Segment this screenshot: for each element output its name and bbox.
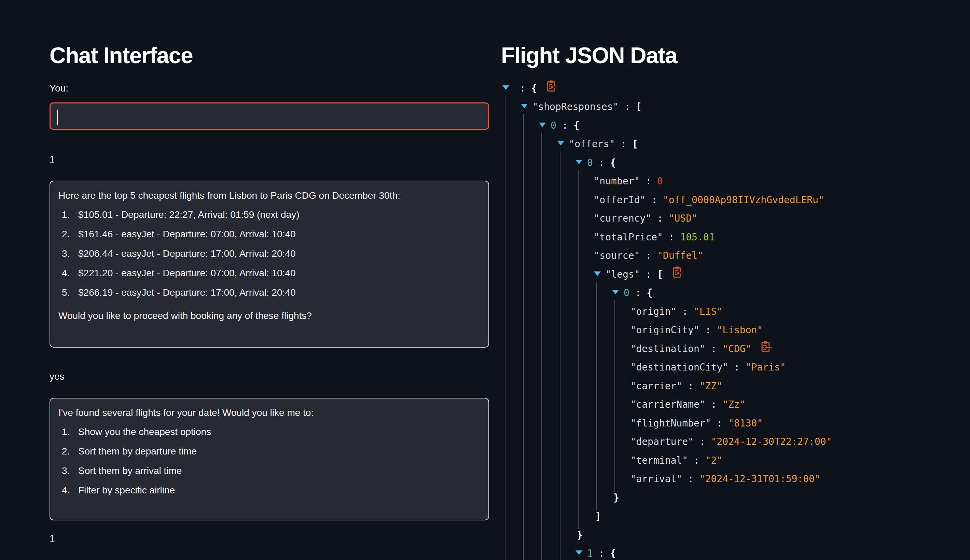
- copy-icon[interactable]: [545, 80, 558, 95]
- json-row-origin: "origin" : "LIS": [502, 302, 970, 321]
- assistant-message-1: Here are the top 5 cheapest flights from…: [50, 181, 489, 348]
- json-bracket: {: [573, 120, 579, 131]
- json-bracket: [: [632, 138, 638, 150]
- json-row-destination: "destination" : "CDG": [502, 339, 970, 358]
- json-key: "carrier": [630, 380, 682, 392]
- json-colon: :: [514, 83, 532, 94]
- json-colon: :: [615, 138, 632, 150]
- json-colon: :: [682, 473, 700, 485]
- json-row-bracket: }: [502, 525, 970, 544]
- json-colon: :: [682, 380, 700, 392]
- json-closing-bracket: }: [613, 492, 619, 503]
- json-row-originCity: "originCity" : "Lisbon": [502, 321, 970, 340]
- json-value: "Duffel": [657, 250, 703, 261]
- collapse-toggle-icon[interactable]: [612, 290, 619, 294]
- json-colon: :: [651, 213, 669, 224]
- json-colon: :: [630, 287, 647, 298]
- json-key: "source": [594, 250, 640, 261]
- json-colon: :: [593, 157, 610, 168]
- json-colon: :: [618, 101, 636, 112]
- json-key: "arrival": [630, 473, 682, 485]
- json-key: "destinationCity": [630, 362, 728, 373]
- json-panel: Flight JSON Data: [501, 0, 677, 68]
- user-message: yes: [50, 371, 489, 382]
- json-array-index: 0: [587, 157, 593, 168]
- copy-icon-graphic: [760, 340, 773, 353]
- copy-icon[interactable]: [760, 340, 773, 356]
- turn-label-1: 1: [50, 154, 489, 165]
- list-item-text: Filter by specific airline: [78, 484, 175, 497]
- collapse-toggle-icon[interactable]: [557, 141, 564, 145]
- message-intro: Here are the top 5 cheapest flights from…: [58, 190, 475, 202]
- copy-icon-graphic: [671, 266, 684, 279]
- json-colon: :: [694, 436, 711, 447]
- collapse-toggle-icon[interactable]: [502, 85, 509, 90]
- chat-input[interactable]: [50, 102, 489, 130]
- json-row-item-0: 0 : {: [502, 116, 970, 135]
- list-item-number: 4.: [62, 484, 78, 497]
- list-item-number: 4.: [62, 267, 78, 279]
- json-row-bracket: }: [502, 488, 970, 507]
- collapse-toggle-icon[interactable]: [575, 160, 582, 164]
- json-value: "2": [705, 455, 723, 466]
- collapse-toggle-icon[interactable]: [539, 123, 546, 127]
- json-closing-bracket: }: [577, 529, 583, 540]
- json-value: "ZZ": [700, 380, 722, 392]
- json-colon: :: [645, 194, 663, 205]
- collapse-toggle-icon[interactable]: [594, 272, 601, 276]
- list-item-number: 2.: [62, 228, 78, 240]
- json-colon: :: [640, 250, 657, 261]
- json-colon: :: [705, 343, 723, 355]
- json-key: "shopResponses": [532, 101, 619, 112]
- json-row-totalPrice: "totalPrice" : 105.01: [502, 228, 970, 247]
- json-key: "legs": [605, 269, 640, 280]
- json-colon: :: [676, 306, 694, 317]
- list-item-number: 3.: [62, 465, 78, 477]
- message-outro: Would you like to proceed with booking a…: [58, 310, 475, 322]
- action-options-list: 1.Show you the cheapest options2.Sort th…: [58, 426, 475, 497]
- json-key: "currency": [594, 213, 652, 224]
- json-colon: :: [700, 324, 717, 336]
- json-row-departure: "departure" : "2024-12-30T22:27:00": [502, 433, 970, 452]
- json-colon: :: [728, 362, 746, 373]
- json-row-arrival: "arrival" : "2024-12-31T01:59:00": [502, 470, 970, 488]
- json-colon: :: [640, 269, 657, 280]
- message-intro: I've found several flights for your date…: [58, 407, 475, 419]
- json-value: "2024-12-30T22:27:00": [711, 436, 832, 447]
- json-row-item-1: 1 : {: [502, 544, 970, 560]
- collapse-toggle-icon[interactable]: [521, 104, 528, 108]
- json-colon: :: [593, 548, 610, 559]
- list-item-number: 5.: [62, 287, 78, 299]
- list-item: 2.Sort them by departure time: [62, 445, 475, 458]
- list-item-text: $266.19 - easyJet - Departure: 17:00, Ar…: [78, 287, 296, 299]
- app-root: { "colors": { "page_bg": "#0e121a", "pan…: [0, 0, 970, 560]
- text-caret: [57, 110, 58, 125]
- list-item-text: Show you the cheapest options: [78, 426, 211, 438]
- json-colon: :: [640, 175, 657, 187]
- json-title: Flight JSON Data: [501, 42, 677, 68]
- list-item: 2.$161.46 - easyJet - Departure: 07:00, …: [62, 228, 475, 240]
- list-item-number: 3.: [62, 248, 78, 260]
- json-value: "Paris": [746, 362, 786, 373]
- json-row-carrier: "carrier" : "ZZ": [502, 377, 970, 395]
- list-item: 3.$206.44 - easyJet - Departure: 17:00, …: [62, 248, 475, 260]
- json-key: "destination": [630, 343, 705, 355]
- json-key: "departure": [630, 436, 694, 447]
- assistant-message-2: I've found several flights for your date…: [50, 398, 489, 520]
- json-row-item-0: 0 : {: [502, 153, 970, 172]
- copy-icon[interactable]: [671, 266, 684, 282]
- json-value: 105.01: [680, 232, 715, 243]
- json-value: "Zz": [722, 399, 745, 410]
- list-item: 4.Filter by specific airline: [62, 484, 475, 497]
- list-item: 3.Sort them by arrival time: [62, 465, 475, 477]
- json-row-destinationCity: "destinationCity" : "Paris": [502, 358, 970, 377]
- json-key: "number": [594, 175, 640, 187]
- json-value: "off_0000Ap98IIVzhGvdedLERu": [663, 194, 824, 205]
- json-value: "8130": [728, 418, 763, 429]
- json-key: "carrierName": [630, 399, 705, 410]
- collapse-toggle-icon[interactable]: [575, 550, 582, 555]
- json-key: "flightNumber": [630, 418, 711, 429]
- json-array-index: 0: [624, 287, 630, 298]
- json-row-item-0: 0 : {: [502, 284, 970, 303]
- json-row-source: "source" : "Duffel": [502, 247, 970, 265]
